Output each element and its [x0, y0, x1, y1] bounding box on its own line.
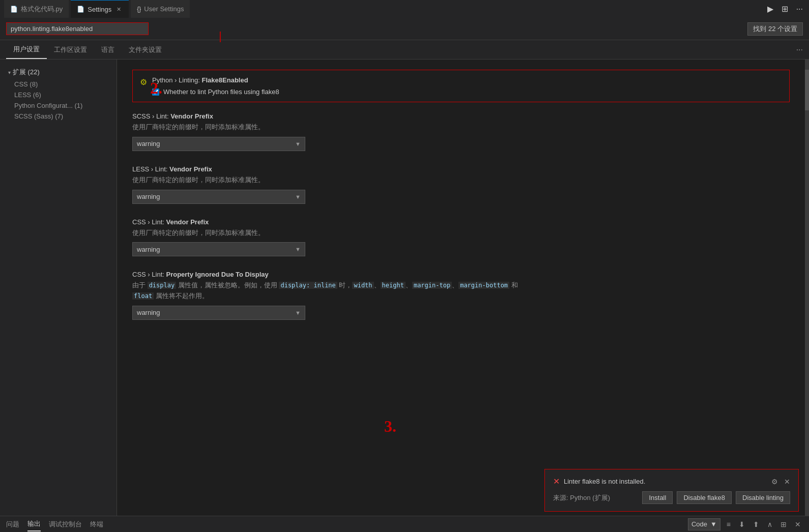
error-icon: ✕ [553, 477, 560, 486]
setting-css-vendor: CSS › Lint: Vendor Prefix 使用厂商特定的前缀时，同时添… [132, 218, 790, 257]
highlighted-setting: ⚙ Python › Linting: Flake8Enabled Whethe… [132, 70, 790, 102]
setting-css-property-ignored: CSS › Lint: Property Ignored Due To Disp… [132, 271, 790, 320]
settings-file-icon: 📄 [77, 6, 84, 13]
sidebar-item-scss[interactable]: SCSS (Sass) (7) [0, 111, 117, 122]
panel-tab-problems[interactable]: 问题 [6, 518, 19, 531]
settings-tabs-more[interactable]: ··· [796, 45, 803, 54]
panel-controls: Code ▼ ≡ ⬇ ⬆ ∧ ⊞ ✕ [688, 518, 803, 530]
tab-folder-settings[interactable]: 文件夹设置 [122, 41, 169, 58]
panel-download-icon[interactable]: ⬇ [737, 519, 747, 529]
disable-flake8-button[interactable]: Disable flake8 [677, 491, 732, 504]
disable-linting-button[interactable]: Disable linting [736, 491, 790, 504]
setting-scss-vendor: SCSS › Lint: Vendor Prefix 使用厂商特定的前缀时，同时… [132, 112, 790, 151]
css-property-ignored-title: CSS › Lint: Property Ignored Due To Disp… [132, 271, 790, 278]
tab-language-settings[interactable]: 语言 [94, 41, 122, 58]
sidebar: ▾ 扩展 (22) CSS (8) LESS (6) Python Config… [0, 60, 117, 516]
tab-settings-label: Settings [88, 6, 111, 13]
search-result-count: 找到 22 个设置 [747, 22, 803, 36]
notification-gear-icon[interactable]: ⚙ [771, 478, 778, 486]
tab-file-label: 格式化代码.py [21, 5, 63, 14]
settings-tabs: 用户设置 工作区设置 语言 文件夹设置 ··· [0, 40, 809, 60]
scss-vendor-arrow-icon: ▼ [295, 141, 301, 147]
css-vendor-select[interactable]: warning ▼ [132, 242, 305, 256]
panel-tab-terminal[interactable]: 终端 [90, 518, 103, 531]
titlebar: 📄 格式化代码.py 📄 Settings ✕ {} User Settings… [0, 0, 809, 18]
panel-upload-icon[interactable]: ⬆ [751, 519, 761, 529]
right-scrollbar[interactable] [805, 60, 809, 516]
tab-workspace-settings[interactable]: 工作区设置 [47, 41, 94, 58]
notification-footer: 来源: Python (扩展) Install Disable flake8 D… [553, 491, 790, 504]
css-vendor-desc: 使用厂商特定的前缀时，同时添加标准属性。 [132, 228, 790, 239]
sidebar-section-extensions[interactable]: ▾ 扩展 (22) [0, 66, 117, 79]
titlebar-controls: ▶ ⊞ ··· [765, 2, 805, 16]
sidebar-item-css[interactable]: CSS (8) [0, 79, 117, 90]
flake8-enabled-checkbox[interactable] [152, 88, 159, 96]
notification-close-icon[interactable]: ✕ [784, 478, 790, 486]
highlighted-setting-body: Python › Linting: Flake8Enabled Whether … [152, 76, 279, 96]
less-vendor-arrow-icon: ▼ [295, 194, 301, 200]
bottom-panel: 问题 输出 调试控制台 终端 Code ▼ ≡ ⬇ ⬆ ∧ ⊞ ✕ [0, 516, 809, 532]
expand-arrow-icon: ▾ [8, 70, 11, 75]
notification-source: 来源: Python (扩展) [553, 493, 638, 503]
panel-grid-icon[interactable]: ⊞ [778, 519, 789, 529]
less-vendor-title: LESS › Lint: Vendor Prefix [132, 165, 790, 173]
tab-file[interactable]: 📄 格式化代码.py [4, 0, 69, 18]
panel-up-icon[interactable]: ∧ [765, 519, 774, 529]
content-area: ⚙ Python › Linting: Flake8Enabled Whethe… [117, 60, 805, 516]
panel-select-arrow-icon: ▼ [710, 520, 717, 528]
scrollbar-thumb[interactable] [805, 70, 809, 110]
run-button[interactable]: ▶ [765, 2, 775, 16]
panel-tab-output[interactable]: 输出 [27, 517, 41, 531]
scss-vendor-select[interactable]: warning ▼ [132, 137, 305, 151]
sidebar-item-python[interactable]: Python Configurat... (1) [0, 100, 117, 111]
less-vendor-select[interactable]: warning ▼ [132, 190, 305, 204]
flake8-enabled-label: Whether to lint Python files using flake… [163, 88, 279, 96]
scss-vendor-desc: 使用厂商特定的前缀时，同时添加标准属性。 [132, 122, 790, 133]
file-icon: 📄 [10, 6, 18, 13]
css-property-ignored-arrow-icon: ▼ [295, 310, 301, 316]
panel-output-select[interactable]: Code ▼ [688, 518, 720, 530]
more-button[interactable]: ··· [794, 3, 805, 16]
main-content: ▾ 扩展 (22) CSS (8) LESS (6) Python Config… [0, 60, 809, 516]
gear-icon: ⚙ [140, 77, 147, 87]
setting-checkbox-row: Whether to lint Python files using flake… [152, 88, 279, 96]
highlighted-setting-title: Python › Linting: Flake8Enabled [152, 76, 279, 84]
tab-user-settings-label: User Settings [144, 5, 184, 13]
searchbar-area: 找到 22 个设置 [0, 18, 809, 40]
search-input[interactable] [6, 22, 149, 35]
less-vendor-desc: 使用厂商特定的前缀时，同时添加标准属性。 [132, 175, 790, 186]
tab-settings-close[interactable]: ✕ [114, 5, 123, 13]
tab-user-settings[interactable]: {} User Settings [131, 0, 190, 18]
panel-list-icon[interactable]: ≡ [725, 519, 733, 529]
tab-settings[interactable]: 📄 Settings ✕ [71, 0, 129, 18]
tab-user-settings-tab[interactable]: 用户设置 [6, 41, 47, 59]
css-vendor-arrow-icon: ▼ [295, 246, 301, 252]
css-property-ignored-select[interactable]: warning ▼ [132, 306, 305, 320]
layout-button[interactable]: ⊞ [779, 2, 790, 16]
panel-close-icon[interactable]: ✕ [793, 519, 803, 529]
panel-tab-debug[interactable]: 调试控制台 [49, 518, 82, 531]
sidebar-item-less[interactable]: LESS (6) [0, 90, 117, 100]
user-settings-icon: {} [137, 6, 141, 13]
notification-message: Linter flake8 is not installed. [564, 478, 767, 485]
css-property-ignored-desc: 由于 display 属性值，属性被忽略。例如，使用 display: inli… [132, 280, 790, 302]
install-button[interactable]: Install [642, 491, 673, 504]
css-vendor-title: CSS › Lint: Vendor Prefix [132, 218, 790, 226]
notification-popup: ✕ Linter flake8 is not installed. ⚙ ✕ 来源… [544, 469, 799, 512]
notification-header: ✕ Linter flake8 is not installed. ⚙ ✕ [553, 477, 790, 486]
setting-less-vendor: LESS › Lint: Vendor Prefix 使用厂商特定的前缀时，同时… [132, 165, 790, 204]
scss-vendor-title: SCSS › Lint: Vendor Prefix [132, 112, 790, 120]
